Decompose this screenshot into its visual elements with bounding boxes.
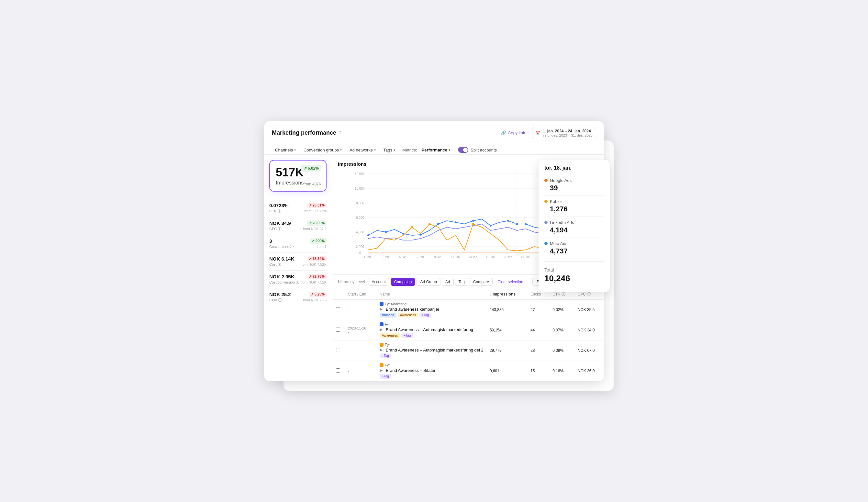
- tooltip-platform-value: 4,737: [550, 247, 604, 255]
- add-tag-button[interactable]: +Tag: [420, 313, 431, 318]
- hierarchy-tab-ad[interactable]: Ad: [442, 278, 454, 286]
- kpi-hero-card: 517K Impressions ↗ 6.02% from 487K: [269, 160, 327, 192]
- svg-text:9. jan.: 9. jan.: [434, 255, 442, 258]
- hierarchy-tab-campaign[interactable]: Campaign: [391, 278, 415, 286]
- nav-bar: Channels ▾ Conversion groups ▾ Ad networ…: [272, 143, 596, 154]
- row-checkbox-cell[interactable]: [332, 299, 344, 320]
- svg-text:3. jan.: 3. jan.: [382, 255, 390, 258]
- row-impressions: 29,779: [486, 340, 527, 360]
- metric-row: NOK 25.2 ↗ 5.25% CPM ⓘ from NOK 26.6: [269, 288, 327, 306]
- metric-label: Cost/conversion ⓘ: [269, 280, 299, 285]
- col-impressions[interactable]: ↓ Impressions: [486, 289, 527, 300]
- copy-link-button[interactable]: 🔗 Copy link: [498, 129, 528, 136]
- ad-networks-dropdown[interactable]: Ad networks ▾: [346, 146, 379, 154]
- svg-text:8,000: 8,000: [356, 201, 364, 205]
- tooltip-platform-label: Google Ads: [544, 178, 604, 183]
- add-tag-button[interactable]: +Tag: [401, 333, 413, 338]
- metric-row: NOK 34.9 ↗ 28.05% CPC ⓘ from NOK 27.2: [269, 217, 327, 235]
- row-clicks: 27: [527, 299, 549, 320]
- help-icon[interactable]: ?: [339, 131, 341, 136]
- split-accounts-label: Split accounts: [471, 147, 497, 152]
- row-cpc: NOK 34.0: [574, 320, 604, 340]
- campaign-name: Brand Awareness – Automagisk markedsføri…: [386, 348, 484, 352]
- metric-row: 3 ↗ 200% Conversions ⓘ from 1: [269, 235, 327, 253]
- platform-dot: [380, 363, 383, 367]
- expand-icon[interactable]: ▶: [380, 368, 383, 372]
- clear-selection-button[interactable]: Clear selection: [494, 278, 527, 286]
- channels-label: Channels: [275, 147, 293, 152]
- split-accounts-toggle[interactable]: Split accounts: [458, 147, 497, 153]
- platform-dot: [380, 343, 383, 347]
- conversion-groups-dropdown[interactable]: Conversion groups ▾: [300, 146, 345, 154]
- metric-value: 3: [269, 238, 272, 244]
- metric-label: CTR ⓘ: [269, 209, 281, 214]
- table-row: 2023-11-16- Fyr ▶ Brand Awareness – Auto…: [332, 320, 604, 340]
- add-tag-button[interactable]: +Tag: [380, 374, 391, 379]
- metric-value: NOK 34.9: [269, 221, 291, 226]
- row-name: Fyr ▶ Brand Awareness – Sitater +Tag: [380, 363, 482, 379]
- platform-color-dot: [544, 179, 548, 182]
- svg-text:19. jan.: 19. jan.: [521, 255, 530, 258]
- kpi-hero-badge: ↗ 6.02%: [301, 165, 321, 172]
- svg-text:7. jan.: 7. jan.: [417, 255, 425, 258]
- row-checkbox[interactable]: [336, 307, 340, 311]
- tooltip-total-label: Total: [544, 267, 604, 273]
- hierarchy-tab-ad-group[interactable]: Ad Group: [416, 278, 440, 286]
- meta-dot: [507, 220, 509, 222]
- chart-title: Impressions: [338, 161, 366, 167]
- platform-name: Kobler: [550, 199, 562, 204]
- expand-icon[interactable]: ▶: [380, 348, 383, 352]
- tag-awareness: Awareness: [398, 313, 418, 318]
- row-checkbox-cell[interactable]: [332, 320, 344, 340]
- metrics-value-label: Performance: [422, 147, 447, 152]
- metric-badge: ↗ 5.25%: [309, 291, 327, 297]
- hierarchy-tab-compare[interactable]: Compare: [469, 278, 493, 286]
- row-impressions: 59,154: [486, 320, 527, 340]
- metrics-chevron: ▾: [448, 148, 450, 152]
- expand-icon[interactable]: ▶: [380, 307, 383, 311]
- row-platform: Fyr Marketing: [380, 302, 482, 306]
- svg-text:12,000: 12,000: [355, 172, 365, 176]
- row-ctr: 0.02%: [549, 299, 574, 320]
- add-tag-button[interactable]: +Tag: [380, 354, 391, 358]
- row-name-cell: Fyr Marketing ▶ Brand awareness kampanje…: [376, 299, 486, 320]
- row-checkbox-cell[interactable]: [332, 340, 344, 360]
- channels-dropdown[interactable]: Channels ▾: [272, 146, 299, 154]
- svg-text:1. jan.: 1. jan.: [364, 255, 372, 258]
- tags-chevron: ▾: [394, 148, 395, 152]
- tooltip-platform-row: Kobler 1,276: [544, 196, 604, 217]
- tooltip-platform-label: Kobler: [544, 199, 604, 204]
- tooltip-card: tor. 18. jan. Google Ads 39 Kobler 1,276…: [538, 160, 610, 292]
- row-checkbox[interactable]: [336, 348, 340, 352]
- hierarchy-tab-tag[interactable]: Tag: [455, 278, 468, 286]
- platform-color-dot: [544, 221, 548, 224]
- row-date: -: [344, 299, 376, 320]
- meta-dot: [455, 222, 457, 223]
- conversion-groups-label: Conversion groups: [303, 147, 339, 152]
- row-checkbox[interactable]: [336, 368, 340, 372]
- metric-value: NOK 6.14K: [269, 256, 294, 262]
- platform-name: Meta Ads: [550, 241, 567, 246]
- tag-awareness: Awareness: [380, 333, 400, 338]
- metric-from: from 1: [317, 245, 327, 248]
- calendar-icon: 📅: [536, 131, 540, 135]
- row-ctr: 0.16%: [549, 360, 574, 381]
- row-clicks: 15: [527, 360, 549, 381]
- metric-badge: ↗ 200%: [310, 238, 327, 244]
- table-wrap: Start / End Name ↓ Impressions Clicks CT…: [332, 289, 604, 381]
- metrics-dropdown[interactable]: Performance ▾: [418, 146, 453, 154]
- svg-text:4,000: 4,000: [356, 230, 364, 234]
- row-clicks: 44: [527, 320, 549, 340]
- row-checkbox[interactable]: [336, 328, 340, 332]
- table-body: - Fyr Marketing ▶ Brand awareness kampan…: [332, 299, 604, 381]
- date-range-picker[interactable]: 📅 1. jan. 2024 – 24. jan. 2024 vs 8. des…: [532, 127, 596, 139]
- row-checkbox-cell[interactable]: [332, 360, 344, 381]
- split-toggle-switch[interactable]: [458, 147, 468, 153]
- metric-value: NOK 25.2: [269, 291, 291, 297]
- tags-dropdown[interactable]: Tags ▾: [380, 146, 399, 154]
- svg-text:10,000: 10,000: [355, 187, 365, 190]
- expand-icon[interactable]: ▶: [380, 327, 383, 332]
- tooltip-platform-row: LinkedIn Ads 4,194: [544, 217, 604, 238]
- hierarchy-tab-account[interactable]: Account: [368, 278, 389, 286]
- trend-up-icon: ↗: [303, 166, 307, 171]
